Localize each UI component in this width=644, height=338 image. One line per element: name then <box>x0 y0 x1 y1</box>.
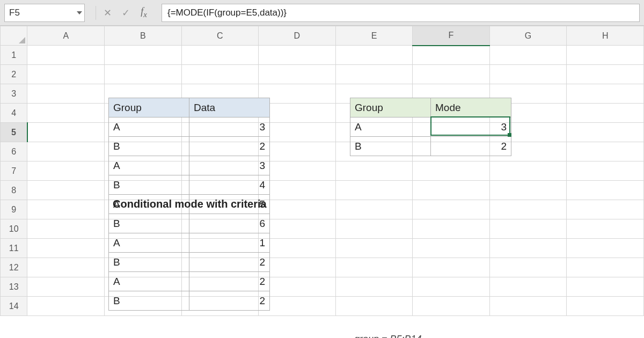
col-header-C[interactable]: C <box>181 26 259 46</box>
cell[interactable] <box>27 142 105 161</box>
formula-text: {=MODE(IF(group=E5,data))} <box>167 8 287 18</box>
cell[interactable] <box>567 258 644 277</box>
row-header[interactable]: 11 <box>1 239 27 258</box>
cell[interactable] <box>335 46 413 65</box>
cell[interactable] <box>335 161 413 181</box>
cell[interactable] <box>489 200 567 219</box>
cell[interactable] <box>413 46 490 65</box>
col-header-A[interactable]: A <box>27 26 105 46</box>
formula-bar-icons: ✕ ✓ fx <box>92 6 154 20</box>
cell[interactable] <box>567 104 644 123</box>
fx-icon[interactable]: fx <box>137 6 151 19</box>
cell[interactable] <box>27 123 105 142</box>
cancel-icon[interactable]: ✕ <box>100 7 114 19</box>
select-all-corner[interactable] <box>1 26 27 46</box>
col-header-H[interactable]: H <box>567 26 644 46</box>
cell[interactable] <box>567 297 644 316</box>
confirm-icon[interactable]: ✓ <box>119 7 133 19</box>
cell[interactable] <box>489 277 567 297</box>
table-cell[interactable]: B <box>350 137 431 156</box>
table-cell[interactable]: 2 <box>431 137 511 156</box>
cell[interactable] <box>413 65 490 84</box>
cell[interactable] <box>567 219 644 239</box>
cell[interactable] <box>567 84 644 104</box>
col-header-F[interactable]: F <box>413 26 490 46</box>
row-header[interactable]: 9 <box>1 200 27 219</box>
cell[interactable] <box>567 142 644 161</box>
row-header[interactable]: 13 <box>1 277 27 297</box>
separator <box>96 6 96 20</box>
table-cell[interactable]: A <box>350 117 431 137</box>
row-header[interactable]: 14 <box>1 297 27 316</box>
spreadsheet-grid[interactable]: A B C D E F G H 1234567891011121314 <box>0 26 644 316</box>
result-table-header-group[interactable]: Group <box>350 98 431 117</box>
row-header[interactable]: 10 <box>1 219 27 239</box>
cell[interactable] <box>567 200 644 219</box>
row-header[interactable]: 5 <box>1 123 27 142</box>
cell[interactable] <box>27 181 105 200</box>
col-header-B[interactable]: B <box>104 26 181 46</box>
col-header-E[interactable]: E <box>335 26 413 46</box>
result-table-header-mode[interactable]: Mode <box>431 98 511 117</box>
row-header[interactable]: 4 <box>1 104 27 123</box>
cell[interactable] <box>489 297 567 316</box>
row-header[interactable]: 2 <box>1 65 27 84</box>
cell[interactable] <box>27 258 105 277</box>
cell[interactable] <box>489 258 567 277</box>
note-data-range: data = C5:C14 <box>350 214 421 338</box>
cell[interactable] <box>27 84 105 104</box>
cell[interactable] <box>27 219 105 239</box>
formula-bar: F5 ✕ ✓ fx {=MODE(IF(group=E5,data))} <box>0 0 644 26</box>
cell[interactable] <box>27 46 105 65</box>
cell[interactable] <box>413 161 490 181</box>
cell[interactable] <box>27 200 105 219</box>
row-header[interactable]: 8 <box>1 181 27 200</box>
cell[interactable] <box>489 46 567 65</box>
row-header[interactable]: 3 <box>1 84 27 104</box>
cell[interactable] <box>489 65 567 84</box>
cell[interactable] <box>27 277 105 297</box>
cell[interactable] <box>567 161 644 181</box>
name-box[interactable]: F5 <box>4 4 85 22</box>
cell[interactable] <box>27 297 105 316</box>
chevron-down-icon[interactable] <box>77 11 82 14</box>
cell[interactable] <box>27 104 105 123</box>
cell[interactable] <box>567 277 644 297</box>
cell[interactable] <box>27 239 105 258</box>
cell[interactable] <box>567 181 644 200</box>
cell[interactable] <box>567 65 644 84</box>
row-header[interactable]: 1 <box>1 46 27 65</box>
cell[interactable] <box>489 161 567 181</box>
cell[interactable] <box>567 123 644 142</box>
cell[interactable] <box>27 65 105 84</box>
col-header-D[interactable]: D <box>259 26 336 46</box>
page-title: Conditional mode with criteria <box>108 59 271 338</box>
name-box-value: F5 <box>9 8 20 18</box>
table-cell[interactable]: 3 <box>431 117 511 137</box>
cell[interactable] <box>489 219 567 239</box>
result-table[interactable]: Group Mode A3B2 <box>350 98 511 156</box>
cell[interactable] <box>27 161 105 181</box>
cell[interactable] <box>567 239 644 258</box>
cell[interactable] <box>489 239 567 258</box>
cell[interactable] <box>489 181 567 200</box>
row-header[interactable]: 12 <box>1 258 27 277</box>
row-header[interactable]: 7 <box>1 161 27 181</box>
formula-input[interactable]: {=MODE(IF(group=E5,data))} <box>162 4 640 22</box>
cell[interactable] <box>567 46 644 65</box>
row-header[interactable]: 6 <box>1 142 27 161</box>
cell[interactable] <box>335 65 413 84</box>
col-header-G[interactable]: G <box>489 26 567 46</box>
